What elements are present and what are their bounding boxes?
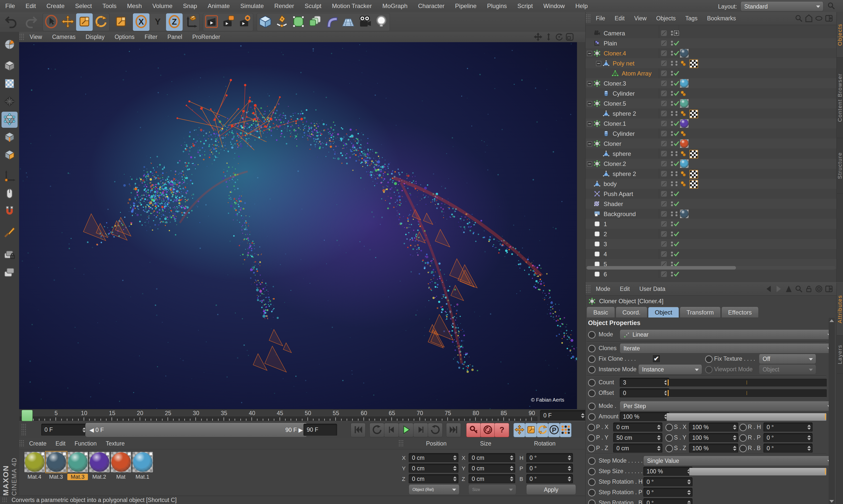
animation-dot[interactable]	[588, 345, 596, 353]
offset-slider[interactable]	[666, 389, 827, 397]
size-x-field[interactable]: 0 cm	[469, 453, 515, 463]
menu-mesh[interactable]: Mesh	[122, 2, 147, 10]
phong-tag-icon[interactable]	[680, 150, 687, 157]
step-size-slider[interactable]	[689, 468, 827, 475]
phong-tag-icon[interactable]	[680, 60, 687, 67]
layer-toggle-icon[interactable]	[661, 60, 667, 67]
tree-scrollbar[interactable]	[586, 266, 836, 270]
ruler-frame-field[interactable]: 0 F	[540, 410, 586, 421]
layer-toggle-icon[interactable]	[661, 50, 667, 57]
panel-grip[interactable]	[21, 424, 27, 436]
light-button[interactable]	[373, 13, 390, 31]
add-panel-icon[interactable]	[825, 285, 833, 294]
animation-dot[interactable]	[588, 479, 596, 486]
tree-row-body[interactable]: body	[585, 179, 837, 189]
menu-character[interactable]: Character	[413, 2, 450, 10]
tree-row-atom-array[interactable]: Atom Array	[585, 68, 837, 78]
enabled-check-icon[interactable]	[673, 100, 680, 107]
enabled-check-icon[interactable]	[673, 70, 680, 77]
tree-row-cloner-4[interactable]: Cloner.4	[585, 48, 837, 58]
position-field[interactable]: 0 cm	[613, 444, 662, 453]
expander-icon[interactable]	[587, 161, 592, 166]
menu-create[interactable]: Create	[41, 2, 70, 10]
material-4[interactable]: Mat	[110, 452, 131, 480]
menu-edit[interactable]: Edit	[20, 2, 41, 10]
attribute-menu-user-data[interactable]: User Data	[634, 286, 670, 292]
rotation-field[interactable]: 0 °	[763, 433, 813, 443]
animation-dot[interactable]	[588, 355, 596, 363]
animation-dot[interactable]	[588, 331, 596, 339]
edges-mode-button[interactable]	[1, 129, 18, 146]
viewport-solo-button[interactable]	[1, 186, 18, 202]
rotation-field[interactable]: 0 °	[763, 422, 813, 432]
tree-row-cylinder[interactable]: Cylinder	[585, 128, 837, 139]
enabled-check-icon[interactable]	[673, 240, 680, 248]
size-y-field[interactable]: 0 cm	[469, 464, 515, 473]
tree-row-cylinder[interactable]: Cylinder	[585, 88, 837, 98]
expander-icon[interactable]	[587, 121, 592, 126]
menu-help[interactable]: Help	[570, 2, 593, 10]
goto-end-button[interactable]	[446, 423, 461, 437]
enabled-check-icon[interactable]	[673, 140, 680, 147]
enabled-check-icon[interactable]	[673, 90, 680, 97]
animation-dot[interactable]	[739, 434, 747, 442]
bend-button[interactable]	[323, 13, 340, 31]
object-manager-menu-bookmarks[interactable]: Bookmarks	[702, 15, 741, 22]
lock-icon[interactable]	[805, 285, 813, 294]
amount-slider[interactable]	[666, 413, 827, 421]
state-dots-icon[interactable]	[673, 210, 680, 217]
model-mode-button[interactable]	[1, 58, 18, 74]
animation-dot[interactable]	[588, 366, 596, 374]
expander-icon[interactable]	[596, 61, 601, 66]
kf-pla-button[interactable]	[560, 423, 572, 437]
polygons-mode-button[interactable]	[1, 147, 18, 163]
state-dots-icon[interactable]	[673, 180, 680, 187]
tree-row-sphere[interactable]: sphere	[585, 149, 837, 159]
side-tab-layers[interactable]: Layers	[837, 336, 843, 374]
panel-grip[interactable]	[398, 440, 404, 448]
tree-row-plain[interactable]: Plain	[585, 38, 837, 48]
tree-row-2[interactable]: 2	[585, 229, 837, 239]
current-frame-field[interactable]: 0 F	[41, 424, 88, 436]
material-menu-function[interactable]: Function	[70, 440, 101, 447]
rotation-p-field[interactable]: 0 °	[526, 464, 573, 473]
timeline-playhead[interactable]	[22, 410, 33, 421]
animation-dot[interactable]	[587, 445, 595, 452]
distribution-mode-select[interactable]: Per Step	[620, 401, 835, 411]
animation-dot[interactable]	[665, 424, 673, 431]
panel-grip[interactable]	[19, 33, 24, 41]
coord-mode-select[interactable]: Object (Rel)	[409, 485, 459, 495]
apply-button[interactable]: Apply	[526, 485, 576, 495]
last-tool-button[interactable]	[112, 13, 129, 31]
menu-tools[interactable]: Tools	[97, 2, 122, 10]
material-menu-texture[interactable]: Texture	[101, 440, 129, 447]
layer-toggle-icon[interactable]	[661, 220, 667, 228]
end-frame-field[interactable]: 90 F	[303, 424, 337, 436]
viewport-menu-options[interactable]: Options	[109, 34, 139, 40]
tree-row-camera[interactable]: Camera	[585, 28, 837, 38]
animation-dot[interactable]	[587, 424, 595, 431]
viewport-3d[interactable]: © Fabian Aerts	[19, 42, 577, 409]
tree-row-background[interactable]: Background	[585, 209, 837, 219]
workplane-mode-button[interactable]	[1, 94, 18, 110]
material-0[interactable]: Mat.4	[24, 452, 45, 480]
viewport-menu-view[interactable]: View	[24, 34, 47, 40]
texture-tag-icon[interactable]	[689, 59, 698, 68]
material-3[interactable]: Mat.2	[89, 452, 109, 480]
attribute-menu-edit[interactable]: Edit	[615, 286, 635, 292]
phong-tag-icon[interactable]	[680, 110, 687, 117]
scale-field[interactable]: 100 %	[689, 422, 738, 432]
enabled-check-icon[interactable]	[673, 130, 680, 137]
object-manager-menu-edit[interactable]: Edit	[610, 15, 630, 22]
step-rotation-field[interactable]: 0 °	[643, 477, 692, 487]
pan-icon[interactable]	[533, 32, 543, 43]
up-icon[interactable]	[785, 285, 793, 294]
enabled-check-icon[interactable]	[673, 160, 680, 167]
enabled-check-icon[interactable]	[673, 190, 680, 197]
tree-row-cloner-1[interactable]: Cloner.1	[585, 119, 837, 128]
tree-row-sphere-2[interactable]: sphere 2	[585, 108, 837, 119]
expander-icon[interactable]	[587, 141, 592, 146]
layer-toggle-icon[interactable]	[661, 210, 667, 217]
material-tag[interactable]	[680, 159, 688, 168]
attributes-scrollbar[interactable]	[829, 318, 835, 504]
